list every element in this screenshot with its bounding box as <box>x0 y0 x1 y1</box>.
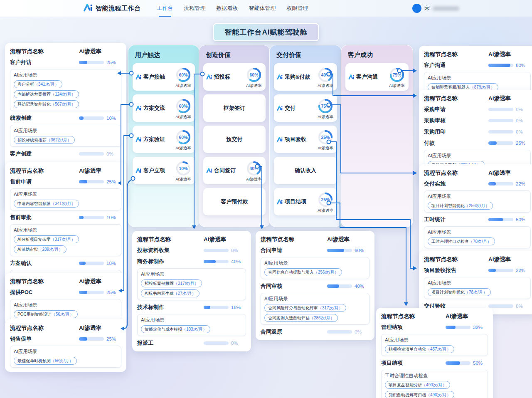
stage-node-name: 客户立项 <box>135 167 165 174</box>
stage-node-预交付[interactable]: 预交付 <box>203 126 266 153</box>
process-node-main: 方案确认18% <box>10 259 121 267</box>
nav-item-工作台[interactable]: 工作台 <box>157 0 173 17</box>
ai-rate-bar <box>488 141 513 145</box>
ai-rate-gauge: 60%AI渗透率 <box>175 96 192 120</box>
ai-rate: 50% <box>488 217 531 222</box>
stage-node-方案交流[interactable]: 方案交流60%AI渗透率 <box>133 94 195 122</box>
svg-text:10%: 10% <box>179 166 188 171</box>
ai-rate: 25% <box>79 290 121 295</box>
process-node-name: 付款 <box>424 139 488 147</box>
stage-node-确认收入[interactable]: 确认收入 <box>274 157 337 184</box>
ai-rate-value: 10% <box>106 116 116 121</box>
ai-rate-value: 25% <box>106 60 116 65</box>
user-area[interactable]: 宋 <box>412 4 459 13</box>
process-node-main: 售前申请25% <box>10 178 121 186</box>
svg-text:60%: 60% <box>179 72 188 77</box>
nav-item-智能体管理[interactable]: 智能体管理 <box>249 0 276 17</box>
scenario-chip-合同信息自动提取与录入: 合同信息自动提取与录入（356次/月） <box>264 268 342 276</box>
ai-scenario-label: AI应用场景 <box>264 296 366 302</box>
ai-scenario-box: AI应用场景AI分析项目复杂度（317次/月）AI辅助审批（289次/月） <box>10 224 121 256</box>
stage-node-label: 客户接触 <box>143 73 165 81</box>
process-node-name: 方案确认 <box>10 260 79 267</box>
col-header-node-name: 流程节点名称 <box>10 48 79 55</box>
ai-rate: 40% <box>327 284 369 289</box>
ai-rate-bar <box>488 64 513 67</box>
detail-card-header: 流程节点名称AI渗透率 <box>10 278 121 285</box>
user-name-blurred <box>433 6 459 11</box>
ai-rate-value: 0% <box>106 151 113 156</box>
ai-rate: 0% <box>488 129 531 134</box>
stage-node-name: 预交付 <box>227 136 243 143</box>
scenario-chip-AI分析项目复杂度: AI分析项目复杂度（317次/月） <box>14 235 79 243</box>
stage-node-label: 采购&付款 <box>285 73 310 81</box>
stage-node-交付[interactable]: 交付75%AI渗透率 <box>274 94 337 122</box>
stage-node-name: 合同签订 <box>206 167 236 174</box>
ai-node-icon <box>135 105 142 111</box>
stage-node-客户立项[interactable]: 客户立项10%AI渗透率 <box>133 157 195 184</box>
ai-rate-bar-fill <box>204 260 216 263</box>
svg-text:75%: 75% <box>392 72 401 77</box>
process-node-name: 合同审核 <box>261 282 327 290</box>
stage-node-方案验证[interactable]: 方案验证60%AI渗透率 <box>133 126 195 153</box>
stage-node-招投标[interactable]: 招投标60%AI渗透率 <box>203 63 266 91</box>
ai-rate-gauge-label: AI渗透率 <box>175 177 191 182</box>
ai-rate-value: 40% <box>355 284 364 289</box>
ai-rate-bar <box>488 182 513 185</box>
ai-rate-bar-fill <box>488 64 510 67</box>
process-node-name: 客户创建 <box>10 150 79 158</box>
ai-rate-donut: 40% <box>317 66 334 84</box>
ai-rate-gauge-label: AI渗透率 <box>175 83 191 89</box>
ai-scenario-chips: 招投标线索推荐（362次/月） <box>14 136 118 144</box>
stage-node-客户接触[interactable]: 客户接触60%AI渗透率 <box>133 63 195 91</box>
col-header-ai-rate: AI渗透率 <box>204 236 246 243</box>
ai-rate-gauge-label: AI渗透率 <box>175 146 191 151</box>
stage-node-项目验收[interactable]: 项目验收25%AI渗透率 <box>274 126 337 153</box>
stage-node-采购&付款[interactable]: 采购&付款40%AI渗透率 <box>274 63 337 91</box>
ai-rate-gauge: 40%AI渗透率 <box>245 159 263 182</box>
scenario-chip-智能定价与成本模拟: 智能定价与成本模拟（103次/月） <box>141 325 210 333</box>
scenario-chip-项目计划智能优化: 项目计划智能优化（78次/月） <box>428 288 491 296</box>
stage-node-label: 客户立项 <box>143 167 165 174</box>
stage-node-合同签订[interactable]: 合同签订40%AI渗透率 <box>203 157 266 184</box>
stage-node-客户沟通[interactable]: 客户沟通75%AI渗透率 <box>345 63 409 91</box>
ai-rate-value: 80% <box>516 63 525 68</box>
nav-item-数据看板[interactable]: 数据看板 <box>217 0 238 17</box>
detail-card-header: 流程节点名称AI渗透率 <box>10 324 121 332</box>
process-node-name: 管理结项 <box>381 324 446 331</box>
stage-node-客户预付款[interactable]: 客户预付款 <box>203 188 266 215</box>
ai-rate-bar-fill <box>79 180 87 183</box>
stage-title: 客户成功 <box>348 51 407 59</box>
ai-rate-donut: 25% <box>317 191 334 208</box>
detail-card-B1: 流程节点名称AI渗透率投标资料收集0%商务标制作40%AI应用场景招投标案例推荐… <box>132 231 251 351</box>
ai-rate: 10% <box>79 116 121 121</box>
nav-item-流程管理[interactable]: 流程管理 <box>184 0 206 17</box>
detail-card-header: 流程节点名称AI渗透率 <box>424 51 531 58</box>
detail-card-R5: 流程节点名称AI渗透率管理结项32%AI应用场景结项检查清单自动化（457次/月… <box>376 308 493 398</box>
process-node-name: 售前审批 <box>10 214 79 221</box>
stage-node-框架签订[interactable]: 框架签订 <box>203 94 266 122</box>
ai-scenario-chips: 合同风险评分与自动化评审（317次/月）合同案例入选自动评估（286次/月） <box>264 304 366 322</box>
process-node-name: 交付实施 <box>424 180 488 188</box>
process-node-row-提供POC: 提供POC25%AI应用场景POC用例智能设计（56次/月） <box>10 288 121 321</box>
col-header-node-name: 流程节点名称 <box>381 313 446 320</box>
ai-rate: 10% <box>79 215 121 220</box>
process-node-main: 客户创建0% <box>10 150 121 158</box>
ai-rate-gauge: 60%AI渗透率 <box>245 65 263 89</box>
detail-card-B2: 流程节点名称AI渗透率合同申请60%AI应用场景合同信息自动提取与录入（356次… <box>256 231 374 340</box>
stage-node-项目结项[interactable]: 项目结项25%AI渗透率 <box>274 188 337 215</box>
nav-item-权限管理[interactable]: 权限管理 <box>287 0 308 17</box>
ai-rate-bar <box>79 116 104 120</box>
ai-scenario-box: AI应用场景申请内容智能预填（341次/月） <box>10 188 121 210</box>
ai-scenario-chips: 招投标案例推荐（317次/月）AI标书内容生成（27次/月） <box>141 279 242 297</box>
ai-rate: 0% <box>79 151 121 156</box>
process-node-row-商务标制作: 商务标制作40%AI应用场景招投标案例推荐（317次/月）AI标书内容生成（27… <box>137 257 246 300</box>
ai-rate-gauge: 60%AI渗透率 <box>175 128 192 151</box>
ai-rate-value: 0% <box>516 129 523 134</box>
stage-node-label: 交付 <box>285 104 296 112</box>
ai-rate-value: 0% <box>516 304 523 309</box>
ai-rate: 22% <box>488 181 531 186</box>
process-node-row-交付实施: 交付实施22%AI应用场景项目计划智能优化（256次/月） <box>424 180 531 213</box>
page-title: 智能工作台AI赋能驾驶舱 <box>213 23 319 41</box>
avatar[interactable] <box>412 4 421 13</box>
app-logo[interactable]: 智能流程工作台 <box>83 3 141 14</box>
